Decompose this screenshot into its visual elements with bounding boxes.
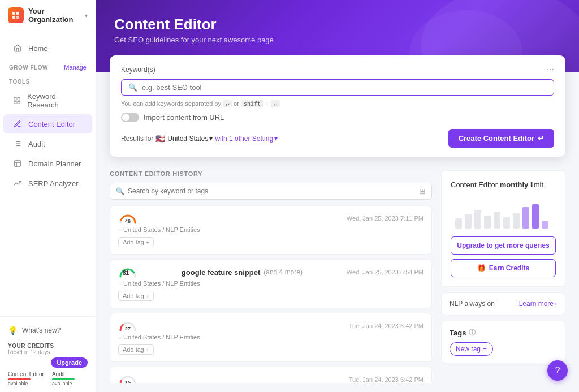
history-search-input[interactable] bbox=[128, 187, 419, 195]
history-date: Tue, Jan 24, 2023 6:42 PM bbox=[349, 322, 424, 329]
return-icon: ↵ bbox=[538, 134, 544, 143]
svg-text:46: 46 bbox=[125, 218, 131, 224]
limit-card: Content Editor monthly limit bbox=[441, 170, 565, 287]
history-item[interactable]: 15 Tue, Jan 24, 2023 6:42 PM ○ United St… bbox=[110, 367, 432, 383]
history-date: Tue, Jan 24, 2023 6:42 PM bbox=[349, 376, 424, 383]
content-editor-icon bbox=[12, 119, 23, 129]
search-icon: 🔍 bbox=[128, 83, 137, 92]
plus-icon: + bbox=[146, 292, 149, 299]
more-options-icon[interactable]: ··· bbox=[547, 64, 554, 75]
info-icon[interactable]: ⓘ bbox=[469, 328, 476, 338]
svg-rect-2 bbox=[12, 16, 15, 19]
svg-rect-5 bbox=[18, 98, 20, 100]
history-search-row: 🔍 ⊞ bbox=[110, 183, 432, 200]
sidebar-item-content-editor-label: Content Editor bbox=[28, 120, 75, 128]
earn-credits-button[interactable]: 🎁 Earn Credits bbox=[451, 259, 556, 277]
filter-icon[interactable]: ⊞ bbox=[419, 187, 426, 196]
svg-rect-25 bbox=[522, 207, 529, 229]
country-select[interactable]: United States ▾ bbox=[167, 135, 213, 143]
chevron-right-icon: › bbox=[555, 300, 557, 308]
sidebar-item-audit-label: Audit bbox=[28, 140, 45, 148]
country-flag: 🇺🇸 bbox=[155, 134, 165, 143]
your-credits-label: YOUR CREDITS bbox=[8, 343, 88, 349]
sidebar-item-domain-planner-label: Domain Planner bbox=[28, 160, 81, 168]
tags-card: Tags ⓘ New tag + bbox=[441, 321, 565, 363]
svg-rect-19 bbox=[465, 214, 472, 229]
right-panel: Content Editor monthly limit bbox=[441, 166, 565, 383]
history-panel: CONTENT EDITOR HISTORY 🔍 ⊞ 46 Wed, bbox=[110, 166, 432, 383]
new-tag-button[interactable]: New tag + bbox=[450, 342, 493, 356]
sidebar-item-content-editor[interactable]: Content Editor bbox=[3, 114, 92, 133]
score-wrap: 81 bbox=[118, 266, 137, 278]
sidebar-item-domain-planner[interactable]: Domain Planner bbox=[3, 154, 92, 173]
manage-link[interactable]: Manage bbox=[64, 64, 87, 71]
domain-planner-icon bbox=[12, 158, 23, 169]
history-date: Wed, Jan 25, 2023 6:54 PM bbox=[347, 269, 424, 275]
history-item[interactable]: 81 google feature snippet (and 4 more) W… bbox=[110, 259, 432, 308]
score-wrap: 46 bbox=[118, 213, 137, 224]
chevron-down-icon: ▾ bbox=[85, 12, 88, 19]
org-icon bbox=[8, 7, 24, 23]
sidebar-item-keyword-research[interactable]: Keyword Research bbox=[3, 88, 92, 114]
content-editor-credit-item: Content Editor available bbox=[8, 371, 44, 386]
keyword-hint: You can add keywords separated by ↵ or s… bbox=[121, 100, 554, 107]
sidebar-item-home[interactable]: Home bbox=[3, 38, 92, 58]
history-meta: ○ United States / NLP Entities bbox=[118, 334, 424, 341]
sidebar-item-serp-analyzer-label: SERP Analyzer bbox=[28, 179, 79, 188]
add-tag-button[interactable]: Add tag + bbox=[118, 237, 154, 247]
learn-more-link[interactable]: Learn more › bbox=[519, 300, 557, 308]
svg-rect-3 bbox=[16, 16, 19, 19]
audit-credit-item: Audit available bbox=[52, 371, 75, 386]
serp-analyzer-icon bbox=[12, 178, 23, 188]
tags-label: Tags bbox=[450, 329, 466, 337]
sidebar-item-audit[interactable]: Audit bbox=[3, 134, 92, 153]
org-selector[interactable]: Your Organization ▾ bbox=[0, 0, 96, 31]
whats-new[interactable]: 💡 What's new? bbox=[8, 322, 88, 338]
plus-icon: + bbox=[146, 239, 149, 245]
import-toggle[interactable] bbox=[121, 113, 139, 122]
add-tag-button[interactable]: Add tag + bbox=[118, 344, 154, 355]
keyword-label: Keyword(s) ··· bbox=[121, 64, 554, 75]
history-item[interactable]: 27 Tue, Jan 24, 2023 6:42 PM ○ United St… bbox=[110, 313, 432, 362]
history-search-icon: 🔍 bbox=[116, 187, 124, 195]
content-body: CONTENT EDITOR HISTORY 🔍 ⊞ 46 Wed, bbox=[96, 166, 579, 392]
sidebar-footer: 💡 What's new? YOUR CREDITS Reset in 12 d… bbox=[0, 316, 96, 392]
audit-icon bbox=[12, 139, 23, 149]
svg-rect-24 bbox=[513, 213, 520, 229]
nlp-row: NLP always on Learn more › bbox=[441, 292, 565, 315]
score-semicircle: 27 bbox=[118, 320, 137, 331]
help-button[interactable]: ? bbox=[547, 360, 568, 381]
keyword-input[interactable] bbox=[142, 83, 547, 92]
limit-chart bbox=[451, 196, 556, 230]
org-name: Your Organization bbox=[28, 7, 85, 24]
svg-text:27: 27 bbox=[125, 326, 131, 331]
sidebar-item-serp-analyzer[interactable]: SERP Analyzer bbox=[3, 174, 92, 193]
reset-label: Reset in 12 days bbox=[8, 349, 88, 355]
plus-icon: + bbox=[483, 345, 487, 353]
results-for: Results for 🇺🇸 United States ▾ with 1 ot… bbox=[121, 134, 278, 143]
home-icon bbox=[12, 43, 23, 53]
upgrade-button[interactable]: Upgrade bbox=[51, 357, 88, 368]
keyword-card: Keyword(s) ··· 🔍 You can add keywords se… bbox=[110, 55, 565, 157]
history-meta: ○ United States / NLP Entities bbox=[118, 280, 424, 287]
history-meta: ○ United States / NLP Entities bbox=[118, 226, 424, 233]
setting-link[interactable]: with 1 other Setting ▾ bbox=[215, 135, 278, 143]
enter-key: ↵ bbox=[223, 100, 232, 107]
create-content-editor-button[interactable]: Create Content Editor ↵ bbox=[448, 129, 554, 148]
whats-new-icon: 💡 bbox=[8, 326, 18, 335]
svg-rect-7 bbox=[14, 101, 16, 104]
upgrade-queries-button[interactable]: Upgrade to get more queries bbox=[451, 236, 556, 255]
enter-key2: ↵ bbox=[271, 100, 280, 107]
svg-rect-22 bbox=[494, 212, 500, 229]
import-label: Import content from URL bbox=[144, 113, 224, 122]
import-row: Import content from URL bbox=[121, 113, 554, 122]
history-item[interactable]: 46 Wed, Jan 25, 2023 7:11 PM ○ United St… bbox=[110, 205, 432, 255]
svg-rect-14 bbox=[15, 161, 21, 167]
page-subtitle: Get SEO guidelines for your next awesome… bbox=[114, 36, 561, 44]
add-tag-button[interactable]: Add tag + bbox=[118, 291, 154, 301]
sidebar: Your Organization ▾ Home GROW FLOW Manag… bbox=[0, 0, 96, 392]
main-content: Content Editor Get SEO guidelines for yo… bbox=[96, 0, 579, 392]
gift-icon: 🎁 bbox=[477, 264, 486, 272]
tools-section: TOOLS bbox=[0, 73, 96, 87]
grow-flow-section: GROW FLOW Manage bbox=[0, 58, 96, 73]
